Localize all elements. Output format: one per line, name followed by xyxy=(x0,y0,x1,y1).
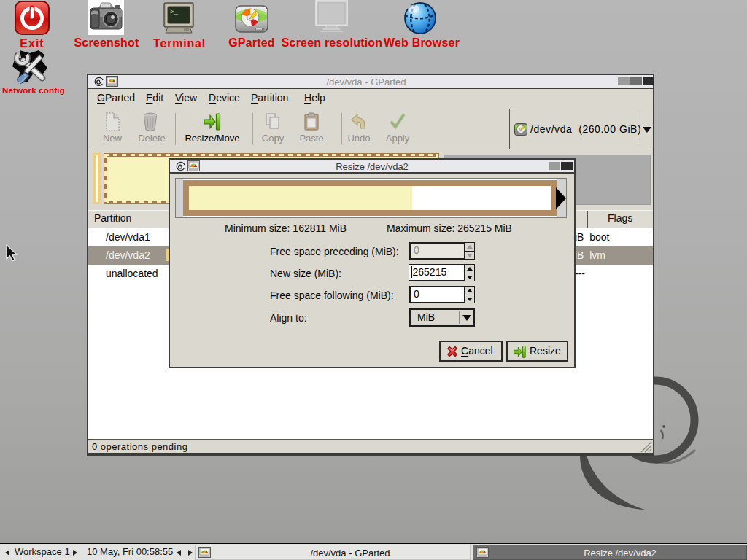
svg-text:>_: >_ xyxy=(170,9,178,16)
